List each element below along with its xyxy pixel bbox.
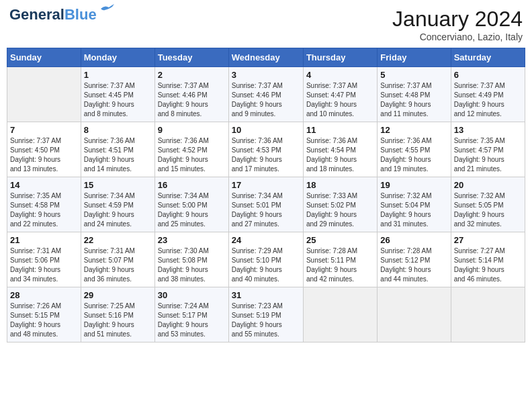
day-number: 23 [158,235,226,245]
day-number: 19 [380,180,447,190]
day-number: 13 [454,125,522,135]
day-number: 26 [380,235,447,245]
calendar-cell: 19Sunrise: 7:32 AM Sunset: 5:04 PM Dayli… [378,177,451,232]
day-number: 17 [232,180,300,190]
calendar-cell: 29Sunrise: 7:25 AM Sunset: 5:16 PM Dayli… [81,287,154,342]
calendar-cell: 28Sunrise: 7:26 AM Sunset: 5:15 PM Dayli… [7,287,81,342]
calendar-week-1: 1Sunrise: 7:37 AM Sunset: 4:45 PM Daylig… [7,67,525,122]
day-number: 20 [454,180,522,190]
day-number: 25 [306,235,374,245]
day-number: 16 [158,180,226,190]
calendar-cell: 21Sunrise: 7:31 AM Sunset: 5:06 PM Dayli… [7,232,81,287]
calendar-table: SundayMondayTuesdayWednesdayThursdayFrid… [7,48,525,342]
day-number: 27 [454,235,522,245]
day-number: 11 [306,125,374,135]
col-header-monday: Monday [81,48,154,67]
day-detail: Sunrise: 7:32 AM Sunset: 5:04 PM Dayligh… [380,191,447,229]
day-number: 28 [10,290,78,300]
day-number: 15 [84,180,152,190]
day-number: 8 [84,125,152,135]
calendar-week-5: 28Sunrise: 7:26 AM Sunset: 5:15 PM Dayli… [7,287,525,342]
calendar-cell: 3Sunrise: 7:37 AM Sunset: 4:46 PM Daylig… [228,67,303,122]
calendar-header-row: SundayMondayTuesdayWednesdayThursdayFrid… [7,48,525,67]
day-detail: Sunrise: 7:36 AM Sunset: 4:54 PM Dayligh… [306,136,374,174]
day-number: 14 [10,180,78,190]
calendar-cell [303,287,377,342]
calendar-week-2: 7Sunrise: 7:37 AM Sunset: 4:50 PM Daylig… [7,122,525,177]
calendar-cell: 9Sunrise: 7:36 AM Sunset: 4:52 PM Daylig… [154,122,228,177]
calendar-cell: 13Sunrise: 7:35 AM Sunset: 4:57 PM Dayli… [451,122,525,177]
calendar-cell: 30Sunrise: 7:24 AM Sunset: 5:17 PM Dayli… [154,287,228,342]
calendar-cell: 1Sunrise: 7:37 AM Sunset: 4:45 PM Daylig… [81,67,154,122]
calendar-cell: 22Sunrise: 7:31 AM Sunset: 5:07 PM Dayli… [81,232,154,287]
month-title: January 2024 [392,7,523,32]
calendar-cell: 7Sunrise: 7:37 AM Sunset: 4:50 PM Daylig… [7,122,81,177]
calendar-cell: 8Sunrise: 7:36 AM Sunset: 4:51 PM Daylig… [81,122,154,177]
day-number: 4 [306,70,374,80]
calendar-cell: 20Sunrise: 7:32 AM Sunset: 5:05 PM Dayli… [451,177,525,232]
calendar-week-4: 21Sunrise: 7:31 AM Sunset: 5:06 PM Dayli… [7,232,525,287]
day-detail: Sunrise: 7:36 AM Sunset: 4:53 PM Dayligh… [232,136,300,174]
day-number: 30 [158,290,226,300]
col-header-thursday: Thursday [303,48,377,67]
day-detail: Sunrise: 7:37 AM Sunset: 4:46 PM Dayligh… [158,81,226,119]
day-detail: Sunrise: 7:30 AM Sunset: 5:08 PM Dayligh… [158,246,226,284]
day-detail: Sunrise: 7:23 AM Sunset: 5:19 PM Dayligh… [232,302,300,339]
col-header-sunday: Sunday [7,48,81,67]
calendar-cell: 27Sunrise: 7:27 AM Sunset: 5:14 PM Dayli… [451,232,525,287]
day-detail: Sunrise: 7:37 AM Sunset: 4:46 PM Dayligh… [232,81,300,119]
day-detail: Sunrise: 7:37 AM Sunset: 4:45 PM Dayligh… [84,81,152,119]
day-number: 2 [158,70,226,80]
calendar-cell: 6Sunrise: 7:37 AM Sunset: 4:49 PM Daylig… [451,67,525,122]
day-detail: Sunrise: 7:29 AM Sunset: 5:10 PM Dayligh… [232,246,300,284]
day-number: 6 [454,70,522,80]
day-detail: Sunrise: 7:34 AM Sunset: 4:59 PM Dayligh… [84,191,152,229]
page-header: GeneralBlue January 2024 Concerviano, La… [7,7,525,42]
day-number: 7 [10,125,78,135]
day-detail: Sunrise: 7:35 AM Sunset: 4:57 PM Dayligh… [454,136,522,174]
day-detail: Sunrise: 7:27 AM Sunset: 5:14 PM Dayligh… [454,246,522,284]
day-detail: Sunrise: 7:37 AM Sunset: 4:47 PM Dayligh… [306,81,374,119]
calendar-cell: 17Sunrise: 7:34 AM Sunset: 5:01 PM Dayli… [228,177,303,232]
day-detail: Sunrise: 7:37 AM Sunset: 4:49 PM Dayligh… [454,81,522,119]
calendar-cell: 26Sunrise: 7:28 AM Sunset: 5:12 PM Dayli… [378,232,451,287]
col-header-saturday: Saturday [451,48,525,67]
calendar-cell: 25Sunrise: 7:28 AM Sunset: 5:11 PM Dayli… [303,232,377,287]
logo-bird-icon [99,3,114,14]
calendar-cell [7,67,81,122]
calendar-cell: 24Sunrise: 7:29 AM Sunset: 5:10 PM Dayli… [228,232,303,287]
calendar-cell: 10Sunrise: 7:36 AM Sunset: 4:53 PM Dayli… [228,122,303,177]
day-detail: Sunrise: 7:37 AM Sunset: 4:48 PM Dayligh… [380,81,447,119]
location-subtitle: Concerviano, Lazio, Italy [392,32,523,42]
calendar-cell: 16Sunrise: 7:34 AM Sunset: 5:00 PM Dayli… [154,177,228,232]
day-number: 10 [232,125,300,135]
day-detail: Sunrise: 7:36 AM Sunset: 4:52 PM Dayligh… [158,136,226,174]
calendar-cell: 4Sunrise: 7:37 AM Sunset: 4:47 PM Daylig… [303,67,377,122]
day-number: 12 [380,125,447,135]
calendar-cell: 18Sunrise: 7:33 AM Sunset: 5:02 PM Dayli… [303,177,377,232]
day-number: 21 [10,235,78,245]
day-detail: Sunrise: 7:28 AM Sunset: 5:11 PM Dayligh… [306,246,374,284]
col-header-friday: Friday [378,48,451,67]
day-detail: Sunrise: 7:25 AM Sunset: 5:16 PM Dayligh… [84,302,152,339]
day-detail: Sunrise: 7:36 AM Sunset: 4:55 PM Dayligh… [380,136,447,174]
day-number: 3 [232,70,300,80]
day-number: 9 [158,125,226,135]
logo: GeneralBlue [9,7,114,23]
day-number: 24 [232,235,300,245]
day-detail: Sunrise: 7:26 AM Sunset: 5:15 PM Dayligh… [10,302,78,339]
calendar-week-3: 14Sunrise: 7:35 AM Sunset: 4:58 PM Dayli… [7,177,525,232]
calendar-cell: 14Sunrise: 7:35 AM Sunset: 4:58 PM Dayli… [7,177,81,232]
col-header-tuesday: Tuesday [154,48,228,67]
logo-text: GeneralBlue [9,7,97,23]
day-number: 5 [380,70,447,80]
day-number: 18 [306,180,374,190]
day-detail: Sunrise: 7:31 AM Sunset: 5:06 PM Dayligh… [10,246,78,284]
day-number: 31 [232,290,300,300]
day-detail: Sunrise: 7:37 AM Sunset: 4:50 PM Dayligh… [10,136,78,174]
day-detail: Sunrise: 7:35 AM Sunset: 4:58 PM Dayligh… [10,191,78,229]
day-detail: Sunrise: 7:34 AM Sunset: 5:01 PM Dayligh… [232,191,300,229]
day-detail: Sunrise: 7:24 AM Sunset: 5:17 PM Dayligh… [158,302,226,339]
col-header-wednesday: Wednesday [228,48,303,67]
calendar-cell [378,287,451,342]
